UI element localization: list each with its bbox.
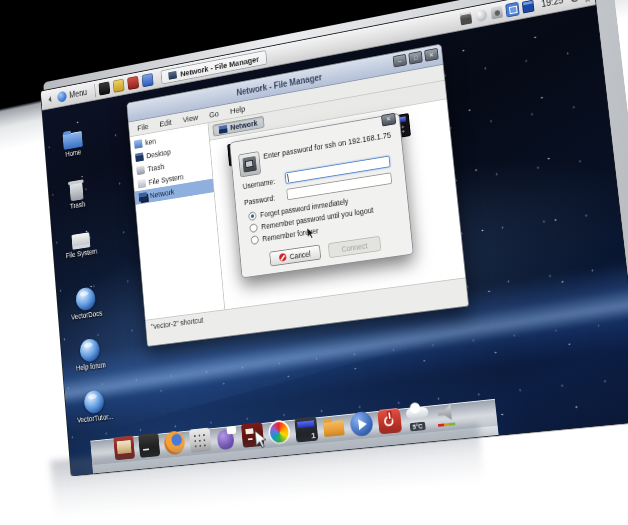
trash-icon	[69, 182, 83, 201]
radio-icon	[249, 223, 258, 233]
vectorlinux-orb-icon	[79, 338, 100, 363]
radio-icon	[248, 211, 257, 221]
trash-icon	[136, 166, 145, 176]
session-menu-icon[interactable]: G	[570, 0, 579, 4]
desktop-icon-trash[interactable]: Trash	[55, 180, 98, 213]
connect-button[interactable]: Connect	[328, 236, 382, 258]
desktop-icon-label: Home	[53, 146, 94, 161]
mouse-cursor	[306, 227, 315, 240]
sidebar-item-label: Trash	[147, 162, 164, 173]
maximize-button[interactable]: □	[408, 51, 422, 65]
file-manager-icon	[168, 71, 177, 80]
panel-grip[interactable]	[584, 0, 590, 3]
cancel-icon	[279, 253, 287, 262]
sidebar-item-label: ken	[145, 137, 156, 147]
password-dialog: ✕ Enter password for ssh on 192.168.1.75…	[229, 113, 413, 279]
connect-label: Connect	[341, 241, 368, 253]
printer-tray-icon[interactable]	[460, 12, 472, 26]
speaker-icon	[437, 403, 456, 422]
text-editor-launcher-icon[interactable]	[113, 79, 125, 93]
desktop-icon-label: Trash	[57, 198, 99, 212]
menu-icon	[57, 91, 67, 103]
minimize-button[interactable]: –	[393, 54, 407, 68]
cancel-label: Cancel	[289, 249, 311, 261]
vectorlinux-orb-icon	[83, 390, 104, 415]
menu-edit[interactable]: Edit	[154, 115, 177, 130]
desktop-icon	[135, 152, 144, 162]
panel-separator	[94, 84, 96, 97]
screenshot-tray-icon[interactable]	[491, 6, 503, 20]
radio-icon	[250, 235, 259, 245]
desktop-icon-home[interactable]: Home	[51, 129, 94, 161]
desktop-icon-helpforum[interactable]: Help forum	[68, 336, 112, 373]
password-label: Password:	[244, 192, 285, 207]
network-icon	[138, 192, 147, 202]
network-icon	[219, 124, 228, 133]
drive-icon	[71, 232, 90, 249]
menu-button[interactable]: Menu	[53, 84, 92, 105]
package-manager-launcher-icon[interactable]	[127, 76, 139, 90]
cancel-button[interactable]: Cancel	[269, 245, 321, 267]
desktop-icon-vectordocs[interactable]: VectorDocs	[64, 285, 108, 322]
vectorlinux-orb-icon	[75, 287, 96, 312]
menu-file[interactable]: File	[132, 120, 154, 135]
cloud-icon	[406, 407, 429, 419]
network-monitor-icon[interactable]	[522, 0, 535, 13]
audio-mixer-tray-icon[interactable]	[475, 9, 487, 23]
tilted-desktop-scene: Menu Network - File Manager 19:25 G H	[41, 0, 628, 476]
workspace-switcher-icon[interactable]	[506, 3, 519, 17]
menu-go[interactable]: Go	[203, 107, 224, 122]
desktop-icon-vectortutor[interactable]: VectorTutor...	[72, 388, 116, 425]
dialog-close-button[interactable]: ✕	[381, 113, 396, 127]
close-button[interactable]: ✕	[424, 48, 439, 62]
drive-icon	[137, 179, 146, 189]
panel-collapse-icon[interactable]	[45, 96, 51, 103]
keyring-auth-icon	[238, 151, 261, 177]
path-button-label: Network	[230, 119, 258, 132]
menu-label: Menu	[69, 87, 87, 99]
folder-icon	[134, 139, 143, 149]
terminal-launcher-icon[interactable]	[98, 81, 110, 95]
clock[interactable]: 19:25	[541, 0, 564, 9]
sidebar-item-label: Network	[149, 188, 174, 200]
username-label: Username:	[242, 176, 283, 191]
update-tool-launcher-icon[interactable]	[142, 73, 154, 87]
